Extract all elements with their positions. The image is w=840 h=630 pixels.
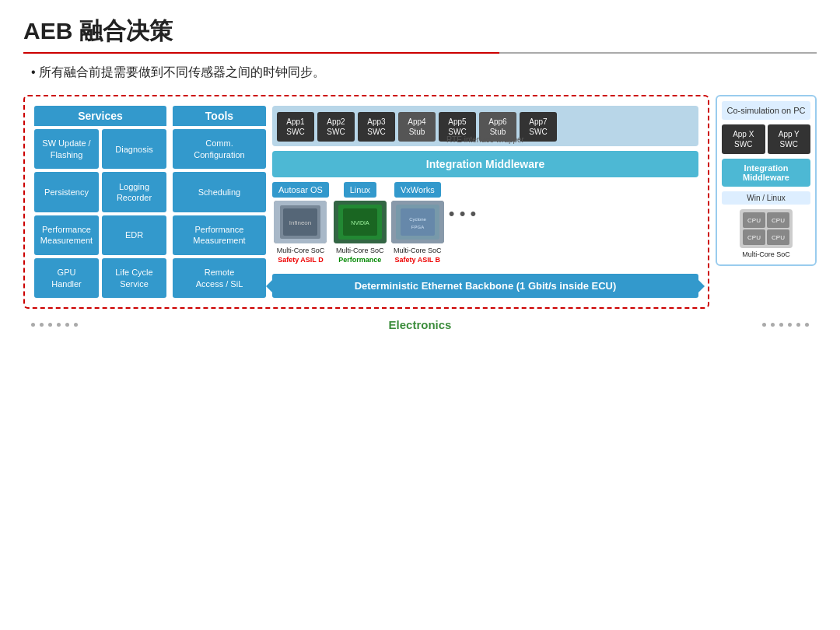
tools-column: Tools Comm.Configuration Scheduling Perf…: [173, 106, 266, 298]
cosim-box: Co-simulation on PC App XSWC App YSWC In…: [716, 95, 817, 266]
services-header: Services: [34, 106, 166, 126]
footer-dots-left: [31, 323, 78, 327]
svg-text:Infineon: Infineon: [289, 219, 311, 226]
footer-dot: [805, 323, 809, 327]
eth-arrow-right: [694, 275, 705, 297]
footer-dots-right: [762, 323, 809, 327]
middleware-bar: Integration Middleware: [272, 151, 698, 177]
chip-linux: NVIDIA: [334, 201, 387, 243]
tool-scheduling: Scheduling: [173, 172, 266, 212]
svg-text:Cyclone: Cyclone: [409, 217, 426, 222]
services-column: Services SW Update /Flashing Diagnosis P…: [34, 106, 166, 298]
page-title: AEB 融合决策: [23, 16, 817, 47]
cosim-chip-label: Multi-Core SoC: [742, 250, 790, 260]
chip-label-autosar: Multi-Core SoCSafety ASIL D: [277, 247, 325, 264]
app1: App1SWC: [277, 112, 314, 142]
bullet-text: 所有融合前提需要做到不同传感器之间的时钟同步。: [23, 65, 817, 81]
os-col-autosar: Autosar OS Infineon Multi-Core SoCSafety…: [272, 182, 329, 264]
footer-dot: [771, 323, 775, 327]
footer-brand: Electronics: [389, 318, 452, 331]
chip-vxworks: Cyclone FPGA: [391, 201, 444, 243]
svc-sw-update: SW Update /Flashing: [34, 129, 99, 169]
os-label-vxworks: VxWorks: [394, 182, 441, 198]
footer-dot: [74, 323, 78, 327]
main-diagram-box: Services SW Update /Flashing Diagnosis P…: [23, 95, 709, 309]
footer-dot: [762, 323, 766, 327]
title-divider: [23, 52, 817, 54]
cosim-chip: CPU CPU CPU CPU Multi-Core SoC: [722, 209, 810, 260]
cpu-cell-3: CPU: [743, 229, 765, 245]
footer-dot: [57, 323, 61, 327]
footer-dot: [796, 323, 800, 327]
svg-text:NVIDIA: NVIDIA: [351, 220, 369, 226]
app7: App7SWC: [520, 112, 557, 142]
tool-comm-config: Comm.Configuration: [173, 129, 266, 169]
cosim-app-y: App YSWC: [768, 124, 811, 154]
svc-edr: EDR: [102, 215, 166, 255]
footer-dot: [779, 323, 783, 327]
os-label-linux: Linux: [344, 182, 376, 198]
footer: Electronics: [23, 318, 817, 331]
svc-diagnosis: Diagnosis: [102, 129, 166, 169]
app-row: App1SWC App2SWC App3SWC App4Stub App5SWC…: [272, 106, 698, 146]
cosim-middleware: Integration Middleware: [722, 159, 810, 187]
cpu-cell-1: CPU: [743, 212, 765, 228]
cosim-header: Co-simulation on PC: [722, 101, 810, 120]
svc-logging: LoggingRecorder: [102, 172, 166, 212]
svc-perf-measure: PerformanceMeasurement: [34, 215, 99, 255]
right-area: App1SWC App2SWC App3SWC App4Stub App5SWC…: [272, 106, 698, 298]
win-chip-img: CPU CPU CPU CPU: [740, 209, 793, 248]
tools-grid: Comm.Configuration Scheduling Performanc…: [173, 129, 266, 298]
diagram-wrapper: Services SW Update /Flashing Diagnosis P…: [23, 95, 817, 309]
tool-remote-access: RemoteAccess / SiL: [173, 258, 266, 298]
tool-perf: PerformanceMeasurement: [173, 215, 266, 255]
app3: App3SWC: [358, 112, 395, 142]
footer-dot: [31, 323, 35, 327]
footer-dot: [48, 323, 52, 327]
cpu-cell-2: CPU: [767, 212, 789, 228]
os-col-vxworks: VxWorks Cyclone FPGA Multi-Core So: [391, 182, 444, 264]
ethernet-bar: Deterministic Ethernet Backbone (1 Gbit/…: [272, 274, 698, 298]
svg-text:FPGA: FPGA: [411, 225, 424, 229]
chip-label-linux: Multi-Core SoCPerformance: [336, 247, 384, 264]
svc-persistency: Persistency: [34, 172, 99, 212]
rte-label: RTE interface wrapper: [446, 135, 524, 144]
tools-header: Tools: [173, 106, 266, 126]
services-grid: SW Update /Flashing Diagnosis Persistenc…: [34, 129, 166, 298]
app4: App4Stub: [398, 112, 436, 142]
svc-gpu: GPUHandler: [34, 258, 99, 298]
svc-lifecycle: Life CycleService: [102, 258, 166, 298]
cosim-app-x: App XSWC: [722, 124, 765, 154]
os-label-autosar: Autosar OS: [272, 182, 329, 198]
cpu-cell-4: CPU: [767, 229, 789, 245]
cosim-os-label: Win / Linux: [722, 191, 810, 205]
app2: App2SWC: [317, 112, 355, 142]
cosim-apps: App XSWC App YSWC: [722, 124, 810, 154]
chip-label-vxworks: Multi-Core SoCSafety ASIL B: [394, 247, 442, 264]
chip-autosar: Infineon: [274, 201, 327, 243]
svg-rect-10: [401, 208, 435, 236]
page: AEB 融合决策 所有融合前提需要做到不同传感器之间的时钟同步。 Service…: [0, 0, 840, 630]
os-col-linux: Linux NVIDIA Multi-Core SoCPerformance: [334, 182, 387, 264]
dots-separator: • • •: [449, 182, 476, 224]
footer-dot: [40, 323, 44, 327]
footer-dot: [65, 323, 69, 327]
eth-arrow-left: [266, 275, 277, 297]
os-row: Autosar OS Infineon Multi-Core SoCSafety…: [272, 182, 698, 264]
footer-dot: [788, 323, 792, 327]
